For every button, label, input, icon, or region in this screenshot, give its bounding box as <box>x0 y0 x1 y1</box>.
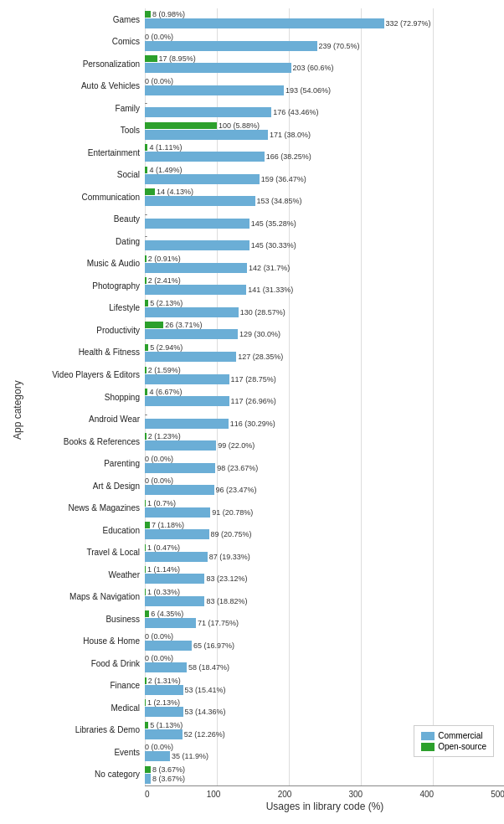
blue-bar-row: 53 (14.36%) <box>145 707 504 717</box>
green-bar-row: - <box>145 99 504 107</box>
open-source-bar <box>145 500 146 507</box>
empty-green-label: 0 (0.0%) <box>145 654 173 662</box>
x-tick: 100 <box>207 790 221 799</box>
bars-area: 2 (0.91%)142 (31.7%) <box>145 253 504 276</box>
blue-bar-label: 87 (19.33%) <box>209 553 250 561</box>
x-tick: 200 <box>278 790 292 799</box>
category-label: Health & Fitness <box>23 348 145 357</box>
blue-bar-row: 89 (20.75%) <box>145 529 504 539</box>
blue-bar-label: 127 (28.35%) <box>238 353 283 361</box>
category-label: Business <box>23 615 145 624</box>
chart-row: Food & Drink0 (0.0%)58 (18.47%) <box>23 652 504 675</box>
open-source-bar <box>145 144 147 151</box>
x-axis-label: Usages in library code (%) <box>145 801 504 812</box>
category-label: Parenting <box>23 459 145 468</box>
bars-area: 0 (0.0%)58 (18.47%) <box>145 652 504 675</box>
blue-bar-label: 145 (30.33%) <box>251 241 296 250</box>
open-source-bar <box>145 766 151 773</box>
bars-area: 100 (5.88%)171 (38.0%) <box>145 120 504 142</box>
blue-bar-label: 99 (22.0%) <box>218 441 255 450</box>
green-bar-row: 6 (4.35%) <box>145 610 504 618</box>
bars-area: 1 (0.47%)87 (19.33%) <box>145 541 504 564</box>
commercial-bar <box>145 507 210 518</box>
bars-area: 4 (1.11%)166 (38.25%) <box>145 142 504 164</box>
blue-bar-row: 176 (43.46%) <box>145 107 504 117</box>
blue-bar-row: 166 (38.25%) <box>145 152 504 162</box>
commercial-bar <box>145 374 229 384</box>
open-source-bar <box>145 522 150 528</box>
blue-bar-label: 35 (11.9%) <box>172 752 208 760</box>
x-tick: 300 <box>349 790 363 799</box>
category-label: News & Magazines <box>23 503 145 512</box>
green-bar-row: 2 (2.41%) <box>145 276 504 285</box>
blue-bar-label: 203 (60.6%) <box>293 64 334 72</box>
chart-row: Travel & Local1 (0.47%)87 (19.33%) <box>23 541 504 564</box>
bars-area: 0 (0.0%)65 (16.97%) <box>145 630 504 652</box>
bars-area: 0 (0.0%)96 (23.47%) <box>145 475 504 497</box>
chart-row: Art & Design0 (0.0%)96 (23.47%) <box>23 475 504 497</box>
bars-area: 2 (1.59%)117 (28.75%) <box>145 363 504 386</box>
category-label: Games <box>23 15 145 24</box>
opensource-legend-label: Open-source <box>438 742 486 751</box>
blue-bar-row: 83 (23.12%) <box>145 574 504 584</box>
category-label: Maps & Navigation <box>23 592 145 601</box>
blue-bar-row: 58 (18.47%) <box>145 662 504 672</box>
commercial-bar <box>145 552 208 562</box>
chart-row: Comics0 (0.0%)239 (70.5%) <box>23 31 504 54</box>
blue-bar-label: 145 (35.28%) <box>251 219 296 228</box>
commercial-bar <box>145 329 238 339</box>
blue-bar-row: 141 (31.33%) <box>145 285 504 295</box>
category-label: Android Wear <box>23 415 145 424</box>
blue-bar-label: 193 (54.06%) <box>285 86 331 95</box>
open-source-bar <box>145 167 147 173</box>
green-bar-row: 7 (1.18%) <box>145 521 504 529</box>
chart-row: Tools100 (5.88%)171 (38.0%) <box>23 120 504 142</box>
green-bar-row: - <box>145 232 504 240</box>
open-source-bar <box>145 389 147 395</box>
open-source-bar <box>145 544 146 551</box>
category-label: Music & Audio <box>23 259 145 268</box>
blue-bar-label: 83 (18.82%) <box>206 597 247 605</box>
blue-bar-row: 193 (54.06%) <box>145 85 504 95</box>
blue-bar-row: 71 (17.75%) <box>145 618 504 628</box>
bars-area: -176 (43.46%) <box>145 97 504 120</box>
chart-row: Education7 (1.18%)89 (20.75%) <box>23 519 504 542</box>
bars-area: 1 (0.33%)83 (18.82%) <box>145 585 504 608</box>
green-bar-label: 1 (0.7%) <box>147 499 176 507</box>
open-source-bar <box>145 433 147 440</box>
category-label: Shopping <box>23 393 145 402</box>
green-bar-row: 2 (0.91%) <box>145 255 504 263</box>
blue-bar-row: 145 (30.33%) <box>145 240 504 250</box>
green-bar-row: 1 (1.14%) <box>145 565 504 574</box>
green-bar-row: 0 (0.0%) <box>145 455 504 463</box>
chart-row: Photography2 (2.41%)141 (31.33%) <box>23 275 504 297</box>
commercial-bar <box>145 107 271 117</box>
commercial-bar <box>145 152 265 162</box>
chart-row: Shopping4 (6.67%)117 (26.96%) <box>23 386 504 409</box>
commercial-bar <box>145 18 384 28</box>
green-bar-label: 2 (2.41%) <box>148 276 181 285</box>
green-bar-label: 8 (3.67%) <box>152 765 185 774</box>
chart-row: Lifestyle5 (2.13%)130 (28.57%) <box>23 297 504 320</box>
open-source-bar <box>145 722 148 729</box>
category-label: Events <box>23 748 145 757</box>
commercial-bar <box>145 641 192 651</box>
chart-row: Medical1 (2.13%)53 (14.36%) <box>23 697 504 719</box>
open-source-bar <box>145 55 157 62</box>
blue-bar-row: 145 (35.28%) <box>145 219 504 229</box>
blue-bar-row: 117 (26.96%) <box>145 396 504 406</box>
category-label: Comics <box>23 37 145 46</box>
blue-bar-label: 142 (31.7%) <box>249 264 290 272</box>
bars-area: 7 (1.18%)89 (20.75%) <box>145 519 504 542</box>
x-axis: 0100200300400500 <box>145 785 504 799</box>
blue-bar-label: 239 (70.5%) <box>319 42 360 50</box>
chart-row: Auto & Vehicles0 (0.0%)193 (54.06%) <box>23 75 504 98</box>
open-source-bar <box>145 677 147 684</box>
commercial-bar <box>145 440 216 451</box>
bars-area: 6 (4.35%)71 (17.75%) <box>145 608 504 631</box>
blue-bar-label: 332 (72.97%) <box>386 19 431 28</box>
commercial-bar <box>145 240 249 250</box>
green-bar-label: 2 (1.31%) <box>148 677 181 685</box>
open-source-bar <box>145 699 146 706</box>
open-source-bar <box>145 322 163 328</box>
